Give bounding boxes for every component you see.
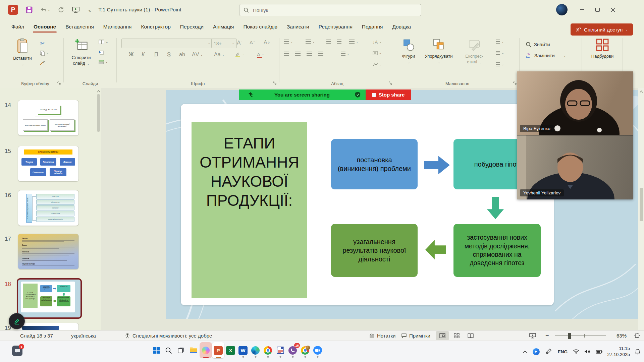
taskbar-edge-button[interactable] bbox=[249, 342, 262, 358]
tab-slideshow[interactable]: Показ слайдів bbox=[238, 19, 282, 34]
tab-review[interactable]: Рецензування bbox=[314, 19, 357, 34]
step-box-problem[interactable]: постановка (виникнення) проблеми bbox=[331, 139, 418, 189]
taskbar-backup-app-button[interactable] bbox=[274, 342, 286, 358]
increase-font-button[interactable]: Аˆ bbox=[237, 40, 242, 46]
align-center-button[interactable] bbox=[295, 52, 301, 56]
drawing-dialog-launcher[interactable] bbox=[513, 81, 517, 85]
tray-hidden-icons-button[interactable] bbox=[520, 350, 530, 353]
tab-view[interactable]: Подання bbox=[357, 19, 388, 34]
taskbar-word-button[interactable]: W bbox=[237, 342, 249, 358]
justify-button[interactable] bbox=[318, 52, 323, 56]
search-box[interactable] bbox=[239, 4, 421, 16]
taskbar-viber-button[interactable]: 15 bbox=[286, 342, 299, 358]
reading-view-button[interactable] bbox=[464, 331, 477, 340]
shape-outline-button[interactable]: ⌄ bbox=[496, 51, 504, 55]
clipboard-dialog-launcher[interactable] bbox=[57, 81, 61, 85]
tray-pen-icon[interactable] bbox=[542, 348, 555, 355]
annotation-pencil-button[interactable] bbox=[9, 313, 25, 329]
format-painter-button[interactable] bbox=[40, 60, 45, 66]
slide-thumbnail-15[interactable]: ЕЛЕМЕНТИ НАУКИ Теорія Гіпотези Закони По… bbox=[18, 146, 79, 182]
step-box-generalization[interactable]: узагальнення результатів наукової діяльн… bbox=[331, 224, 418, 277]
redo-button[interactable] bbox=[58, 6, 64, 13]
taskbar-zoom-button[interactable] bbox=[311, 342, 324, 358]
shape-effects-button[interactable]: ⌄ bbox=[496, 62, 504, 66]
shapes-button[interactable]: Фігури⌄ bbox=[398, 38, 419, 65]
font-name-combobox[interactable]: ⌄ bbox=[121, 39, 213, 48]
fit-slide-button[interactable] bbox=[634, 330, 640, 341]
align-right-button[interactable] bbox=[307, 52, 312, 56]
tab-transitions[interactable]: Переходи bbox=[175, 19, 208, 34]
tray-app-icon[interactable] bbox=[530, 348, 542, 355]
thumbnail-scrollbar[interactable] bbox=[96, 88, 101, 330]
close-button[interactable] bbox=[605, 3, 621, 16]
convert-smartart-button[interactable]: ⌄ bbox=[373, 62, 382, 67]
maximize-button[interactable] bbox=[590, 3, 605, 16]
zoom-level[interactable]: 63% bbox=[616, 330, 627, 341]
tray-language-button[interactable]: ENG bbox=[555, 349, 570, 354]
text-shadow-button[interactable]: S bbox=[167, 52, 171, 58]
language-button[interactable]: українська bbox=[71, 330, 96, 341]
italic-button[interactable]: К bbox=[142, 52, 145, 58]
arrange-button[interactable]: Упорядкувати⌄ bbox=[421, 38, 456, 65]
tab-design[interactable]: Конструктор bbox=[136, 19, 175, 34]
new-slide-button[interactable]: Створитислайд ⌄ bbox=[68, 38, 95, 66]
step-box-methods[interactable]: застосування нових методів дослідження, … bbox=[453, 224, 541, 277]
font-size-combobox[interactable]: 18+⌄ bbox=[211, 39, 237, 48]
slide-thumbnail-17[interactable]: Теорія Закон Гіпотеза Поняття Наукові ме… bbox=[18, 234, 79, 269]
increase-indent-button[interactable] bbox=[337, 40, 341, 44]
main-scrollbar-thumb[interactable] bbox=[640, 188, 643, 221]
share-button[interactable]: Спільний доступ ⌄ bbox=[571, 23, 633, 36]
slide-thumbnail-16[interactable]: Система наукових знань теорія гіпотези з… bbox=[18, 190, 79, 226]
change-case-button[interactable]: Аа⌄ bbox=[214, 52, 224, 58]
slide-thumbnail-19[interactable] bbox=[18, 323, 79, 330]
character-spacing-button[interactable]: АV⌄ bbox=[192, 52, 203, 58]
notes-button[interactable]: Нотатки bbox=[369, 330, 395, 341]
slide-sorter-view-button[interactable] bbox=[450, 331, 463, 340]
slideshow-view-button[interactable] bbox=[529, 330, 536, 341]
decrease-font-button[interactable]: Аˇ bbox=[250, 40, 255, 45]
slide-title-box[interactable]: ЕТАПИ ОТРИМАННЯ НАУКОВОЇ ПРОДУКЦІЇ: bbox=[192, 122, 307, 298]
zoom-slider-thumb[interactable] bbox=[568, 333, 571, 339]
taskbar-powerpoint-button[interactable]: P bbox=[212, 342, 224, 358]
main-scrollbar[interactable] bbox=[638, 88, 644, 330]
slide-thumbnail-18-selected[interactable]: ЕТАПИ ОТРИМАННЯ НАУКОВОЇ ПРОДУКЦІЇ: пост… bbox=[17, 278, 82, 319]
quick-styles-button[interactable]: Експрес-стилі ⌄ bbox=[459, 38, 490, 65]
section-button[interactable]: ⌄ bbox=[99, 60, 108, 64]
align-left-button[interactable] bbox=[284, 52, 289, 56]
replace-button[interactable]: bc Замінити⌄ bbox=[526, 53, 566, 58]
taskbar-chrome-button[interactable] bbox=[262, 342, 274, 358]
taskbar-start-button[interactable] bbox=[150, 342, 162, 358]
taskbar-chrome-profile-button[interactable] bbox=[299, 342, 311, 358]
zoom-out-button[interactable]: − bbox=[545, 330, 549, 341]
bullets-button[interactable]: ⌄ bbox=[284, 40, 293, 44]
tab-animations[interactable]: Анімація bbox=[208, 19, 238, 34]
columns-button[interactable]: ⌄ bbox=[341, 52, 350, 56]
find-button[interactable]: Знайти bbox=[526, 42, 550, 47]
video-feed-1[interactable]: Віра Бутенко bbox=[517, 71, 633, 135]
tray-volume-icon[interactable] bbox=[582, 349, 593, 354]
tab-help[interactable]: Довідка bbox=[387, 19, 416, 34]
zoom-slider[interactable] bbox=[555, 330, 606, 341]
text-direction-button[interactable]: ↓А⌄ bbox=[373, 40, 382, 45]
tab-record[interactable]: Записати bbox=[282, 19, 314, 34]
highlight-color-button[interactable]: ⌄ bbox=[235, 52, 245, 57]
bold-button[interactable]: Ж bbox=[129, 52, 133, 58]
copy-button[interactable]: ⌄ bbox=[40, 50, 49, 56]
tab-home[interactable]: Основне bbox=[29, 19, 61, 34]
zoom-video-panel[interactable]: Віра Бутенко Yevhenii Yelizariev bbox=[517, 71, 633, 199]
shape-fill-button[interactable]: ⌄ bbox=[496, 40, 504, 44]
align-text-button[interactable]: ⌄ bbox=[373, 51, 382, 55]
taskbar-explorer-button[interactable] bbox=[187, 342, 200, 358]
start-slideshow-icon[interactable] bbox=[72, 6, 80, 13]
undo-button[interactable]: ⌄ bbox=[40, 7, 50, 13]
font-color-button[interactable]: А ⌄ bbox=[257, 52, 264, 57]
font-dialog-launcher[interactable] bbox=[273, 81, 277, 85]
video-feed-2[interactable]: Yevhenii Yelizariev bbox=[517, 135, 633, 199]
account-avatar[interactable] bbox=[556, 4, 568, 15]
thumbnail-scrollbar-thumb[interactable] bbox=[97, 94, 100, 132]
decrease-indent-button[interactable] bbox=[326, 40, 331, 44]
paragraph-dialog-launcher[interactable] bbox=[389, 81, 393, 85]
tab-draw[interactable]: Малювання bbox=[99, 19, 137, 34]
taskbar-excel-button[interactable]: X bbox=[224, 342, 237, 358]
cut-button[interactable]: ✂ bbox=[40, 40, 45, 47]
